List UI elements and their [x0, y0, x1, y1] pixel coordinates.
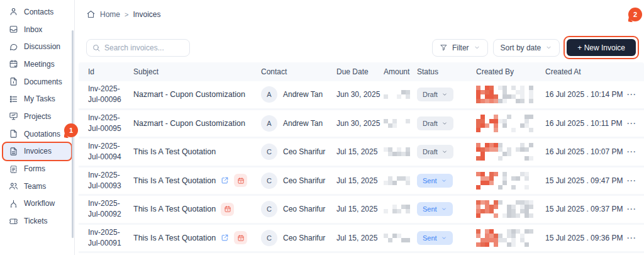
sidebar-item-label: Quotations	[24, 130, 60, 139]
meetings-icon	[9, 59, 18, 69]
sidebar-item-documents[interactable]: Documents	[3, 73, 71, 91]
row-actions-button[interactable]: ⋯	[626, 89, 644, 100]
funnel-icon	[440, 43, 448, 52]
sidebar-item-label: Projects	[24, 112, 51, 121]
column-header-id: Id	[88, 67, 133, 76]
sidebar-item-label: Contacts	[24, 8, 53, 16]
invoice-contact: CCeo Sharifur	[261, 173, 336, 189]
calendar-alert-icon[interactable]	[234, 174, 247, 187]
search-box	[86, 39, 190, 57]
invoice-contact: CCeo Sharifur	[261, 230, 336, 246]
inbox-icon	[9, 25, 18, 34]
sort-by-date-button[interactable]: Sort by date	[493, 39, 560, 57]
sidebar-item-label: My Tasks	[24, 94, 55, 103]
status-badge[interactable]: Draft	[417, 145, 453, 159]
subject-text: This Is A Test Quotation	[133, 234, 216, 242]
main-content: Home > Invoices Filter Sort by date + Ne…	[75, 0, 644, 255]
projects-icon	[9, 111, 18, 121]
subject-text: This Is A Test Quotation	[133, 176, 216, 185]
redacted-created-by	[476, 172, 545, 190]
due-date: Jun 30, 2025	[336, 119, 384, 128]
contact-avatar: A	[261, 86, 277, 103]
status-label: Draft	[423, 91, 438, 98]
status-label: Sent	[423, 205, 437, 213]
chevron-down-icon	[441, 120, 448, 127]
table-row[interactable]: Inv-2025-Jul-00092This Is A Test Quotati…	[79, 196, 644, 225]
status-badge[interactable]: Sent	[417, 202, 453, 216]
redacted-amount	[384, 119, 417, 128]
breadcrumb: Home > Invoices	[86, 8, 644, 20]
filter-button[interactable]: Filter	[432, 39, 488, 57]
sidebar-item-invoices[interactable]: Invoices	[3, 143, 71, 161]
row-actions-button[interactable]: ⋯	[626, 203, 644, 215]
search-input[interactable]	[86, 39, 190, 57]
row-actions-button[interactable]: ⋯	[626, 175, 644, 186]
invoice-contact: CCeo Sharifur	[261, 144, 336, 160]
contact-avatar: C	[261, 230, 277, 246]
redacted-amount	[384, 234, 417, 242]
sidebar-item-forms[interactable]: Forms	[3, 160, 71, 178]
status-badge[interactable]: Draft	[417, 116, 453, 130]
contact-avatar: C	[261, 144, 277, 160]
chevron-down-icon	[474, 44, 480, 51]
filter-label: Filter	[452, 43, 469, 52]
subject-text: Nazmart - Cupon Customization	[133, 90, 245, 99]
quotations-icon	[9, 129, 18, 139]
contact-avatar: C	[261, 173, 277, 189]
sidebar-item-teams[interactable]: Teams	[3, 178, 71, 195]
invoice-id: Inv-2025-Jul-00092	[88, 198, 133, 220]
row-actions-button[interactable]: ⋯	[626, 146, 644, 157]
chevron-down-icon	[441, 91, 448, 98]
row-actions-button[interactable]: ⋯	[626, 232, 644, 244]
sidebar-item-meetings[interactable]: Meetings	[3, 55, 71, 73]
sidebar-item-inbox[interactable]: Inbox	[3, 21, 71, 38]
sidebar-item-discussion[interactable]: Discussion	[3, 38, 71, 55]
table-row[interactable]: Inv-2025-Jul-00094This Is A Test Quotati…	[79, 139, 644, 167]
status-badge[interactable]: Draft	[417, 88, 453, 101]
sidebar-item-label: Inbox	[24, 25, 42, 34]
status-label: Sent	[423, 234, 437, 242]
table-header-row: IdSubjectContactDue DateAmountStatusCrea…	[79, 62, 644, 81]
created-at: 16 Jul 2025 . 10:07 PM	[545, 147, 625, 156]
sidebar: ContactsInboxDiscussionMeetingsDocuments…	[0, 0, 75, 255]
sidebar-item-tickets[interactable]: Tickets	[3, 212, 71, 230]
sidebar-item-workflow[interactable]: Workflow	[3, 195, 71, 213]
breadcrumb-home-link[interactable]: Home	[100, 10, 120, 19]
table-body: Inv-2025-Jul-00096Nazmart - Cupon Custom…	[79, 81, 644, 253]
due-date: Jul 15, 2025	[336, 176, 384, 185]
redacted-amount	[384, 205, 417, 213]
breadcrumb-current: Invoices	[133, 10, 160, 19]
sidebar-item-contacts[interactable]: Contacts	[3, 3, 71, 21]
contact-name: Ceo Sharifur	[283, 234, 325, 242]
row-actions-button[interactable]: ⋯	[626, 118, 644, 129]
sidebar-item-label: Tickets	[24, 217, 48, 225]
invoice-id: Inv-2025-Jul-00094	[88, 141, 133, 162]
breadcrumb-separator: >	[125, 11, 128, 18]
discussion-icon	[9, 42, 18, 52]
table-row[interactable]: Inv-2025-Jul-00091This Is A Test Quotati…	[79, 225, 644, 254]
table-row[interactable]: Inv-2025-Jul-00095Nazmart - Cupon Custom…	[79, 110, 644, 139]
search-icon	[92, 43, 101, 52]
external-link-icon[interactable]	[221, 176, 229, 184]
invoice-subject: This Is A Test Quotation	[133, 147, 261, 156]
sidebar-item-quotations[interactable]: Quotations	[3, 125, 71, 143]
my-tasks-icon	[9, 94, 18, 104]
home-icon	[86, 9, 96, 19]
status-badge[interactable]: Sent	[417, 231, 453, 245]
table-row[interactable]: Inv-2025-Jul-00096Nazmart - Cupon Custom…	[79, 81, 644, 110]
sidebar-item-my-tasks[interactable]: My Tasks	[3, 90, 71, 108]
teams-icon	[9, 181, 18, 191]
status-badge[interactable]: Sent	[417, 174, 453, 188]
created-at: 15 Jul 2025 . 09:37 PM	[545, 205, 625, 213]
sidebar-item-projects[interactable]: Projects	[3, 108, 71, 125]
workflow-icon	[9, 199, 18, 208]
calendar-alert-icon[interactable]	[221, 203, 234, 216]
calendar-alert-icon[interactable]	[234, 231, 247, 244]
external-link-icon[interactable]	[221, 234, 229, 242]
chevron-down-icon	[441, 235, 447, 241]
new-invoice-button[interactable]: + New Invoice	[567, 39, 636, 56]
column-header-created-by: Created By	[476, 67, 545, 76]
table-row[interactable]: Inv-2025-Jul-00093This Is A Test Quotati…	[79, 167, 644, 196]
column-header-created-at: Created At	[545, 67, 625, 76]
new-invoice-annotation-box: + New Invoice	[564, 36, 639, 59]
